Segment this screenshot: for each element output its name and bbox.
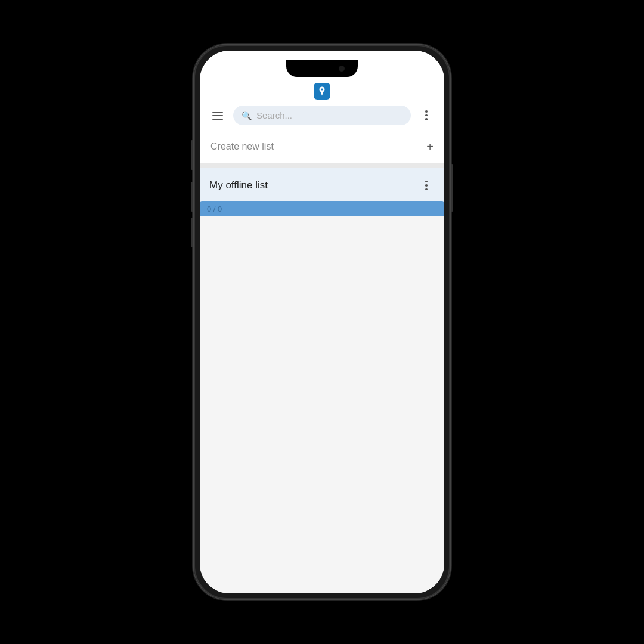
notch-area [200,51,444,80]
list-progress-bar: 0 / 0 [200,201,444,216]
notch [286,60,358,77]
vertical-dots-icon [425,110,428,120]
list-menu-button[interactable] [418,177,435,194]
list-card-header: My offline list [209,177,435,194]
content-area: Create new list + My offline list [200,130,444,593]
top-bar: 🔍 Search... [200,101,444,130]
create-list-label: Create new list [210,141,274,152]
app-icon [314,83,330,100]
hamburger-icon [212,112,223,120]
phone-screen: 🔍 Search... Create new list + [200,51,444,593]
more-options-button[interactable] [417,106,436,125]
list-title: My offline list [209,179,268,191]
list-progress-label: 0 / 0 [207,205,222,213]
search-bar[interactable]: 🔍 Search... [233,106,411,125]
search-placeholder-text: Search... [256,110,292,120]
front-camera [339,66,345,72]
app-logo-icon [317,86,327,97]
app-icon-bar [200,80,444,101]
create-new-list-button[interactable]: Create new list + [200,130,444,164]
plus-icon: + [426,141,434,153]
phone-frame: 🔍 Search... Create new list + [194,45,450,599]
list-card: My offline list 0 / 0 [200,168,444,216]
hamburger-button[interactable] [208,106,227,125]
search-icon: 🔍 [242,111,252,120]
list-vertical-dots-icon [425,181,428,191]
